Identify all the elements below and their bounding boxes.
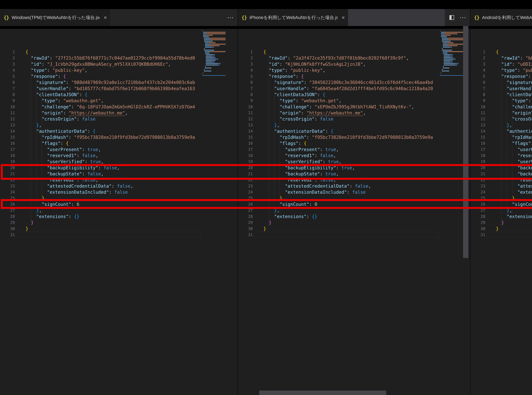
line-number: 4 [0, 67, 15, 73]
line-number: 19 [238, 159, 253, 165]
close-icon[interactable]: × [104, 15, 107, 20]
line-number: 29 [470, 219, 485, 225]
line-number: 15 [238, 134, 253, 140]
annotation-rect-backup-flags [1, 164, 532, 180]
line-number: 18 [0, 153, 15, 159]
current-line-highlight [16, 232, 201, 238]
code-line: 4 "type": "public-key", [238, 67, 470, 73]
line-number: 23 [470, 183, 485, 189]
line-number: 7 [470, 86, 485, 92]
code-line: 13 }, [0, 122, 238, 128]
vertical-scrollbar[interactable] [463, 26, 468, 258]
minimap-cursor-line [440, 75, 464, 76]
editor-top-band [470, 26, 532, 29]
line-number: 13 [470, 122, 485, 128]
code-line: 2 "rawId": "27f21c55b876f60771c7c04d7ae0… [0, 55, 238, 61]
current-line-highlight [254, 232, 439, 238]
tab-iphone-json[interactable]: {} iPhoneを利用してWebAuhtnを行った場合.json × [238, 9, 348, 26]
code-line: 9 "type": "webauthn.get", [0, 98, 238, 104]
line-number: 1 [238, 49, 253, 55]
line-number: 5 [238, 73, 253, 79]
line-number: 12 [0, 116, 15, 122]
line-number: 18 [238, 153, 253, 159]
line-number: 10 [238, 104, 253, 110]
split-editor-icon[interactable] [449, 15, 454, 20]
code-line: 30} [238, 226, 470, 232]
tab-title: iPhoneを利用してWebAuhtnを行った場合.json [249, 15, 338, 21]
line-number: 8 [238, 92, 253, 98]
code-line: 5 "response": { [238, 73, 470, 79]
code-line: 12 "crossOrigin": false [0, 116, 238, 122]
line-number: 16 [238, 140, 253, 146]
code-line: 2 "rawId": "2a3f472ce35f93c7d87f01b9bec0… [238, 55, 470, 61]
code-line: 5 "response": { [0, 73, 238, 79]
code-line: 24 "extensionDataIncluded": false [0, 189, 238, 195]
code-line: 10 "challenge": "6q-18FU7JOamZmGm5nHGlDZ… [0, 104, 238, 110]
annotation-rect-signcount [1, 199, 532, 209]
line-number: 12 [470, 116, 485, 122]
minimap[interactable] [440, 30, 464, 77]
line-number: 16 [0, 140, 15, 146]
more-actions-icon[interactable]: ⋯ [227, 14, 234, 21]
code-line: 1{ [470, 49, 532, 55]
tab-bar: {} Androidを利用してWebAuhtnを行った場合.json × ⋯ [470, 9, 532, 26]
tab-bar: {} iPhoneを利用してWebAuhtnを行った場合.json × ⋯ [238, 9, 470, 26]
code-line: 18 "reserved1": false, [238, 153, 470, 159]
tab-android-json[interactable]: {} Androidを利用してWebAuhtnを行った場合.json × [470, 9, 532, 26]
code-line: 10 "challenge": "sEPOmZbJ995gJNtbh7tAWI_… [238, 104, 470, 110]
line-number: 4 [470, 67, 485, 73]
code-area[interactable]: 1{2 "rawId": "27f21c55b876f60771c7c04d7a… [0, 49, 238, 238]
indent-guide [507, 79, 507, 220]
code-line: 8 "clientDataJSON": { [238, 92, 470, 98]
line-number: 24 [0, 189, 15, 195]
code-line: 17 "userPresent": true, [238, 146, 470, 153]
line-number: 3 [470, 61, 485, 67]
json-file-icon: {} [242, 15, 247, 20]
line-number: 23 [0, 183, 15, 189]
line-number: 31 [238, 232, 253, 238]
line-number: 10 [0, 104, 15, 110]
code-line: 30} [470, 226, 532, 232]
line-number: 14 [238, 128, 253, 134]
line-number: 1 [0, 49, 15, 55]
line-number: 9 [470, 98, 485, 104]
line-number: 4 [238, 67, 253, 73]
line-number: 11 [238, 110, 253, 116]
line-number: 6 [470, 79, 485, 85]
code-line: 11 "origin": "https://webauthn.me", [0, 110, 238, 116]
code-line: 16 "flags": { [238, 140, 470, 146]
code-line: 1{ [238, 49, 470, 55]
line-number: 17 [238, 146, 253, 153]
line-number: 24 [238, 189, 253, 195]
line-number: 30 [470, 226, 485, 232]
line-number: 6 [238, 79, 253, 85]
line-number: 11 [470, 110, 485, 116]
minimap-cursor-line [202, 75, 226, 76]
line-number: 14 [0, 128, 15, 134]
code-line: 16 "flags": { [0, 140, 238, 146]
editor-actions: ⋯ [227, 9, 234, 26]
json-file-icon: {} [474, 15, 479, 20]
line-number: 15 [470, 134, 485, 140]
tab-windows-json[interactable]: {} Windows(TPM)でWebAuhtnを行った場合.json × [0, 9, 110, 26]
close-icon[interactable]: × [342, 15, 345, 20]
line-number: 3 [238, 61, 253, 67]
line-number: 31 [470, 232, 485, 238]
tab-title: Androidを利用してWebAuhtnを行った場合.json [482, 15, 532, 21]
line-number: 28 [238, 214, 253, 219]
code-area[interactable]: 1{2 "rawId": "2a3f472ce35f93c7d87f01b9be… [238, 49, 470, 238]
line-number: 7 [0, 86, 15, 92]
minimap[interactable] [202, 30, 226, 77]
json-file-icon: {} [4, 15, 9, 20]
horizontal-scrollbar[interactable] [259, 390, 386, 395]
line-number: 9 [238, 98, 253, 104]
line-number: 17 [470, 146, 485, 153]
code-line: 7 "userHandle": "fa6045ea4f28d2d1fff4be5… [238, 86, 470, 92]
line-number: 16 [470, 140, 485, 146]
tabbar-empty-space [348, 9, 445, 26]
code-line: 3 "id": "J_IcVbh29gdxx8BNeuASecy_mYSlXXi… [0, 61, 238, 67]
code-line: 28 "extensions": {} [238, 214, 470, 219]
more-actions-icon[interactable]: ⋯ [460, 14, 466, 21]
code-line: 24 "extensionDataIncluded": false [238, 189, 470, 195]
code-line: 9 "type": "webauthn.get", [238, 98, 470, 104]
